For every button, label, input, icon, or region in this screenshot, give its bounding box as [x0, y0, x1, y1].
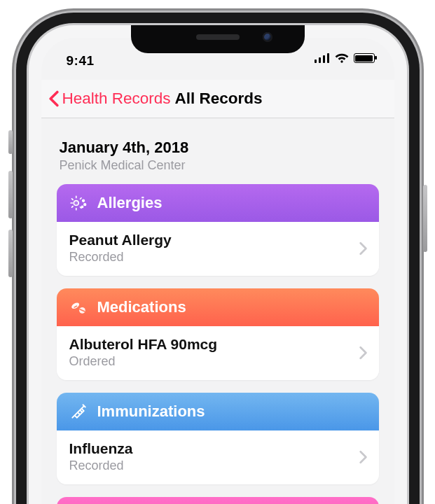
record-title: Albuterol HFA 90mcg	[69, 336, 354, 353]
side-button	[8, 171, 13, 218]
record-row[interactable]: Influenza Recorded	[57, 430, 379, 484]
cellular-icon	[315, 53, 330, 63]
section-title: Immunizations	[97, 402, 205, 421]
battery-icon	[354, 53, 375, 63]
svg-point-4	[70, 302, 80, 310]
record-status: Recorded	[69, 458, 354, 473]
chevron-right-icon	[354, 345, 372, 360]
section-medications: Medications Albuterol HFA 90mcg Ordered	[57, 288, 379, 380]
section-allergies: Allergies Peanut Allergy Recorded	[57, 184, 379, 276]
page-title: All Records	[175, 90, 263, 108]
record-status: Recorded	[69, 250, 354, 265]
svg-point-2	[83, 204, 85, 206]
section-immunizations: Immunizations Influenza Recorded	[57, 393, 379, 484]
pills-icon	[69, 298, 88, 316]
side-button	[423, 185, 427, 252]
section-lab-results: Lab Results	[57, 497, 379, 504]
record-row[interactable]: Albuterol HFA 90mcg Ordered	[57, 326, 379, 380]
status-time: 9:41	[67, 53, 95, 69]
nav-bar: Health Records All Records	[41, 80, 394, 118]
wifi-icon	[335, 53, 349, 63]
syringe-icon	[69, 402, 88, 421]
allergy-sun-icon	[69, 194, 88, 212]
side-button	[8, 230, 13, 277]
back-label: Health Records	[62, 90, 171, 108]
screen: 9:41 Health Records All Records January …	[41, 38, 394, 504]
record-title: Peanut Allergy	[69, 232, 354, 248]
record-title: Influenza	[69, 440, 354, 457]
facility-name: Penick Medical Center	[60, 158, 379, 173]
side-button	[8, 130, 13, 154]
svg-point-3	[81, 206, 83, 207]
chevron-right-icon	[354, 449, 372, 465]
svg-point-0	[74, 201, 78, 206]
device-frame: 9:41 Health Records All Records January …	[29, 25, 407, 504]
svg-point-1	[82, 200, 84, 202]
notch	[131, 25, 305, 53]
section-header-immunizations[interactable]: Immunizations	[57, 393, 379, 430]
record-status: Ordered	[69, 354, 354, 369]
content-scroll[interactable]: January 4th, 2018 Penick Medical Center …	[41, 118, 394, 504]
section-title: Medications	[97, 298, 186, 316]
section-title: Allergies	[97, 194, 163, 212]
record-row[interactable]: Peanut Allergy Recorded	[57, 222, 379, 276]
section-header-allergies[interactable]: Allergies	[57, 184, 379, 222]
date-heading: January 4th, 2018	[60, 139, 379, 157]
chevron-left-icon	[48, 90, 60, 107]
chevron-right-icon	[354, 241, 372, 256]
section-header-lab-results[interactable]: Lab Results	[57, 497, 379, 504]
back-button[interactable]: Health Records	[41, 90, 171, 108]
section-header-medications[interactable]: Medications	[57, 288, 379, 326]
